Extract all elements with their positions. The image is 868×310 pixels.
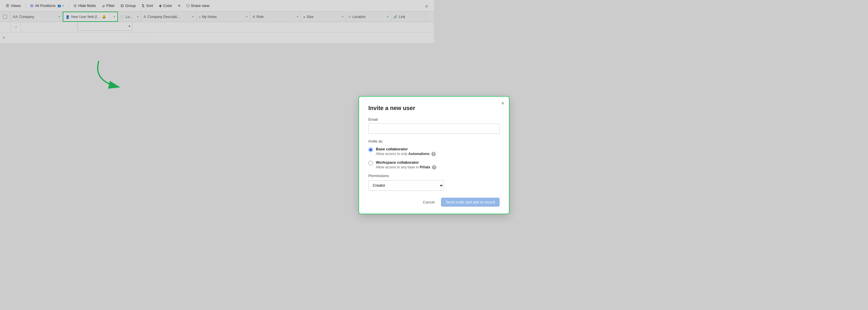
base-collaborator-desc: Allow access to only Automations ? [376,152,434,155]
email-input[interactable] [368,124,434,134]
base-collaborator-radio[interactable] [368,147,373,152]
base-collaborator-text: Base collaborator Allow access to only A… [376,147,434,155]
base-collaborator-option[interactable]: Base collaborator Allow access to only A… [368,147,434,155]
modal-backdrop[interactable]: × Invite a new user Email Invite as Base… [0,0,434,155]
invite-modal: × Invite a new user Email Invite as Base… [359,96,434,155]
email-label: Email [368,117,434,122]
invite-as-label: Invite as [368,139,434,143]
help-icon-base[interactable]: ? [431,152,434,155]
base-collaborator-title: Base collaborator [376,147,434,151]
modal-title: Invite a new user [368,105,434,111]
